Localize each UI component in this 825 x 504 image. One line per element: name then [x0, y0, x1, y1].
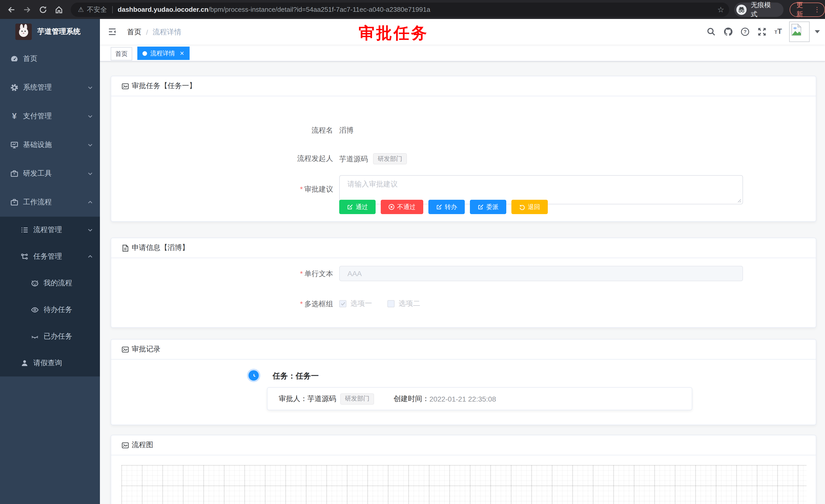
- sidebar-item-label: 系统管理: [23, 83, 52, 92]
- sidebar-item-label: 待办任务: [44, 305, 72, 315]
- sidebar-item-home[interactable]: 首页: [0, 45, 100, 73]
- sidebar-item-workflow[interactable]: 工作流程: [0, 188, 100, 217]
- sidebar-item-label: 任务管理: [33, 252, 62, 261]
- sidebar-item-label: 基础设施: [23, 140, 52, 150]
- fullscreen-icon[interactable]: [758, 27, 767, 36]
- face-icon: [31, 279, 39, 287]
- sidebar-item-payment[interactable]: ¥ 支付管理: [0, 102, 100, 131]
- toolbox-icon: [10, 198, 18, 206]
- browser-menu-icon[interactable]: ⋮: [814, 6, 820, 13]
- suggestion-row: *审批建议 请输入审批建议: [111, 164, 806, 204]
- sidebar-item-my-process[interactable]: 我的流程: [0, 270, 100, 297]
- single-line-text-input[interactable]: [339, 266, 743, 281]
- checkbox-label: 选项二: [399, 299, 420, 308]
- sidebar-item-todo-tasks[interactable]: 待办任务: [0, 297, 100, 323]
- monitor-icon: [10, 141, 18, 149]
- approver-value: 芋道源码: [307, 394, 336, 403]
- url-path[interactable]: /bpm/process-instance/detail?id=54aa251f…: [208, 6, 430, 13]
- suggestion-label: *审批建议: [111, 164, 339, 194]
- card-header: 审批记录: [111, 340, 816, 359]
- resize-handle-icon[interactable]: [737, 199, 742, 203]
- picture-icon: [122, 82, 129, 90]
- yen-icon: ¥: [10, 112, 18, 120]
- bpmn-diagram-canvas[interactable]: [122, 465, 807, 504]
- forward-icon[interactable]: [22, 5, 32, 14]
- sidebar-logo[interactable]: 芋道管理系统: [0, 19, 100, 45]
- delegate-button[interactable]: 委派: [470, 200, 506, 214]
- search-icon[interactable]: [707, 27, 716, 36]
- breadcrumb-home[interactable]: 首页: [127, 28, 141, 37]
- task-title: 任务：任务一: [273, 371, 319, 381]
- sidebar-item-infrastructure[interactable]: 基础设施: [0, 131, 100, 159]
- github-icon[interactable]: [724, 27, 733, 36]
- transfer-button[interactable]: 转办: [428, 200, 465, 214]
- sidebar-item-label: 已办任务: [44, 332, 72, 341]
- back-icon[interactable]: [7, 5, 16, 14]
- return-button[interactable]: 退回: [511, 200, 548, 214]
- sidebar-item-task-mgmt[interactable]: 任务管理: [0, 243, 100, 270]
- url-host[interactable]: dashboard.yudao.iocoder.cn: [118, 6, 208, 13]
- picture-icon: [122, 441, 129, 449]
- chevron-up-icon: [87, 199, 93, 205]
- tab-home[interactable]: 首页: [111, 47, 132, 61]
- approval-buttons: 通过 不通过 转办 委派 退回: [339, 200, 553, 214]
- incognito-badge: 无痕模式: [735, 2, 784, 17]
- tab-process-detail[interactable]: 流程详情 ✕: [138, 47, 189, 60]
- checkbox-option-1[interactable]: 选项一: [339, 299, 372, 308]
- avatar[interactable]: [789, 21, 810, 42]
- hamburger-icon[interactable]: [107, 27, 117, 36]
- sidebar-item-label: 支付管理: [23, 112, 52, 121]
- sidebar-item-process-mgmt[interactable]: 流程管理: [0, 217, 100, 243]
- bookmark-star-icon[interactable]: ☆: [718, 5, 724, 14]
- checkbox-label: 选项一: [351, 299, 372, 308]
- help-icon[interactable]: ?: [741, 27, 750, 36]
- edit-icon: [436, 204, 442, 210]
- breadcrumb: 首页 / 流程详情: [127, 28, 181, 37]
- text-field-row: *单行文本: [111, 266, 806, 281]
- reject-button[interactable]: 不通过: [381, 200, 423, 214]
- incognito-label: 无痕模式: [751, 0, 777, 19]
- card-title: 申请信息【滔博】: [132, 243, 189, 253]
- sidebar-item-label: 首页: [23, 54, 38, 64]
- annotation-text: 审批任务: [359, 22, 428, 44]
- card-header: 审批任务【任务一】: [111, 76, 816, 96]
- document-icon: [122, 244, 129, 252]
- tab-label: 首页: [115, 50, 128, 58]
- sidebar-item-leave-query[interactable]: 请假查询: [0, 350, 100, 376]
- dashboard-icon: [10, 55, 18, 63]
- security-label[interactable]: 不安全: [87, 5, 107, 14]
- card-title: 审批记录: [132, 345, 160, 354]
- sidebar-item-devtools[interactable]: 研发工具: [0, 159, 100, 188]
- process-name-label: 流程名: [111, 125, 339, 135]
- toolbox-icon: [10, 170, 18, 178]
- main-content: 审批任务【任务一】 流程名 滔博 流程发起人 芋道源码 研发部门 *审批建议 请…: [100, 62, 825, 504]
- checkbox-option-2[interactable]: 选项二: [387, 299, 420, 308]
- required-asterisk: *: [300, 185, 303, 193]
- checkbox-group-row: *多选框组 选项一 选项二: [111, 299, 806, 309]
- close-icon[interactable]: ✕: [179, 50, 184, 57]
- process-name-row: 流程名 滔博: [111, 125, 806, 135]
- eye-closed-icon: [31, 332, 39, 341]
- url-bar[interactable]: ⚠ 不安全 dashboard.yudao.iocoder.cn /bpm/pr…: [71, 2, 730, 17]
- sidebar-item-label: 工作流程: [23, 198, 52, 207]
- chevron-down-icon: [87, 227, 93, 233]
- approve-button[interactable]: 通过: [339, 200, 376, 214]
- sidebar: 芋道管理系统 首页 系统管理 ¥ 支付管理 基础设施 研发工具: [0, 19, 100, 504]
- initiator-label: 流程发起人: [111, 153, 339, 163]
- chevron-down-icon: [87, 113, 93, 119]
- sidebar-item-system[interactable]: 系统管理: [0, 73, 100, 102]
- circle-close-icon: [388, 204, 394, 210]
- department-tag: 研发部门: [340, 393, 374, 404]
- logo-image: [15, 23, 32, 40]
- update-button[interactable]: 更新 ⋮: [790, 2, 825, 17]
- caret-down-icon[interactable]: [815, 30, 820, 33]
- url-divider: [112, 6, 112, 13]
- reload-icon[interactable]: [39, 5, 48, 14]
- home-icon[interactable]: [54, 5, 64, 14]
- approval-task-card: 审批任务【任务一】 流程名 滔博 流程发起人 芋道源码 研发部门 *审批建议 请…: [111, 76, 816, 222]
- sidebar-item-done-tasks[interactable]: 已办任务: [0, 323, 100, 350]
- card-header: 申请信息【滔博】: [111, 238, 816, 258]
- chevron-down-icon: [87, 142, 93, 148]
- refresh-left-icon: [519, 204, 525, 210]
- font-size-icon[interactable]: TT: [774, 27, 782, 36]
